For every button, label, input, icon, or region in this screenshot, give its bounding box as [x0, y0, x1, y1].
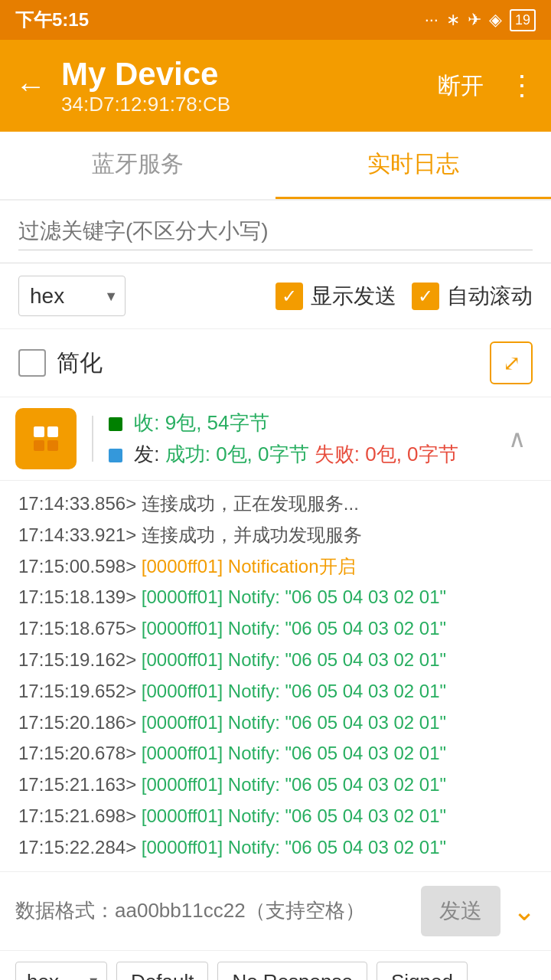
format-select[interactable]: hex text dec [18, 276, 126, 316]
send-input[interactable] [15, 899, 409, 923]
auto-scroll-checkbox[interactable]: ✓ [412, 283, 439, 310]
controls-row: hex text dec ✓ 显示发送 ✓ 自动滚动 [0, 263, 551, 329]
default-mode-button[interactable]: Default [116, 962, 208, 980]
stats-divider [92, 416, 93, 462]
log-entry: 17:14:33.856> 连接成功，正在发现服务... [18, 488, 533, 520]
collapse-button[interactable]: ∧ [497, 420, 536, 458]
status-bar: 下午5:15 ··· ∗ ✈ ◈ 19 [0, 0, 551, 40]
show-send-checkbox[interactable]: ✓ [276, 283, 303, 310]
send-stats: 发: 成功: 0包, 0字节 失败: 0包, 0字节 [109, 441, 497, 468]
device-info: My Device 34:D7:12:91:78:CB [61, 56, 429, 116]
simplify-row: 简化 ⤢ [0, 329, 551, 397]
send-success: 成功: 0包, 0字节 [165, 443, 309, 466]
log-entry: 17:15:21.698> [0000ff01] Notify: "06 05 … [18, 801, 533, 832]
format-select-wrapper: hex text dec [18, 276, 126, 316]
log-entry: 17:15:00.598> [0000ff01] Notification开启 [18, 551, 533, 583]
log-entry: 17:15:21.163> [0000ff01] Notify: "06 05 … [18, 769, 533, 801]
send-button[interactable]: 发送 [421, 886, 500, 936]
signed-mode-button[interactable]: Signed [377, 962, 468, 980]
stats-icon-inner [29, 422, 63, 456]
recv-stats: 收: 9包, 54字节 [109, 410, 497, 436]
wifi-icon: ◈ [489, 10, 502, 30]
expand-down-button[interactable]: ⌄ [513, 895, 536, 927]
expand-button[interactable]: ⤢ [490, 341, 533, 384]
log-entry: 17:14:33.921> 连接成功，并成功发现服务 [18, 520, 533, 551]
no-response-mode-button[interactable]: No Response [217, 962, 367, 980]
icon-block-3 [34, 440, 44, 451]
send-dot [109, 449, 122, 462]
bottom-format-select[interactable]: hex text dec [15, 962, 107, 980]
expand-icon: ⤢ [503, 351, 520, 376]
filter-section [0, 201, 551, 263]
log-entry: 17:15:19.162> [0000ff01] Notify: "06 05 … [18, 645, 533, 676]
log-area: 17:14:33.856> 连接成功，正在发现服务...17:14:33.921… [0, 481, 551, 871]
tab-bluetooth-services[interactable]: 蓝牙服务 [0, 132, 276, 199]
log-entry: 17:15:22.284> [0000ff01] Notify: "06 05 … [18, 832, 533, 864]
signal-bars-icon: ✈ [468, 10, 481, 30]
log-entry: 17:15:18.675> [0000ff01] Notify: "06 05 … [18, 613, 533, 645]
app-header: ← My Device 34:D7:12:91:78:CB 断开 ⋮ [0, 40, 551, 132]
send-bar: 发送 ⌄ [0, 871, 551, 950]
device-address: 34:D7:12:91:78:CB [61, 93, 429, 116]
bottom-controls: hex text dec ▼ Default No Response Signe… [0, 950, 551, 980]
filter-input[interactable] [18, 213, 533, 250]
more-menu-button[interactable]: ⋮ [508, 70, 536, 102]
status-time: 下午5:15 [15, 8, 89, 32]
disconnect-button[interactable]: 断开 [429, 66, 493, 106]
bluetooth-icon: ∗ [446, 10, 460, 30]
log-entry: 17:15:18.139> [0000ff01] Notify: "06 05 … [18, 582, 533, 613]
tab-bar: 蓝牙服务 实时日志 [0, 132, 551, 201]
tab-realtime-log[interactable]: 实时日志 [276, 132, 551, 199]
log-entry: 17:15:20.186> [0000ff01] Notify: "06 05 … [18, 707, 533, 739]
device-name: My Device [61, 56, 429, 93]
icon-block-2 [47, 426, 58, 437]
battery-icon: 19 [510, 9, 536, 31]
icon-block-1 [34, 426, 44, 437]
recv-dot [109, 417, 122, 431]
stats-info: 收: 9包, 54字节 发: 成功: 0包, 0字节 失败: 0包, 0字节 [109, 410, 497, 468]
show-send-checkbox-label[interactable]: ✓ 显示发送 [276, 282, 396, 311]
bottom-format-select-wrapper: hex text dec ▼ [15, 962, 107, 980]
header-actions: 断开 ⋮ [429, 66, 536, 106]
icon-block-4 [47, 440, 58, 451]
stats-row: 收: 9包, 54字节 发: 成功: 0包, 0字节 失败: 0包, 0字节 ∧ [0, 397, 551, 481]
log-entry: 17:15:19.652> [0000ff01] Notify: "06 05 … [18, 676, 533, 707]
simplify-checkbox[interactable] [18, 349, 46, 377]
signal-dots-icon: ··· [425, 10, 439, 30]
auto-scroll-checkbox-label[interactable]: ✓ 自动滚动 [412, 282, 533, 311]
back-button[interactable]: ← [15, 69, 46, 103]
log-entry: 17:15:20.678> [0000ff01] Notify: "06 05 … [18, 738, 533, 769]
stats-icon [15, 408, 77, 469]
send-fail: 失败: 0包, 0字节 [315, 443, 458, 466]
simplify-label: 简化 [57, 348, 490, 379]
status-icons: ··· ∗ ✈ ◈ 19 [425, 9, 536, 31]
